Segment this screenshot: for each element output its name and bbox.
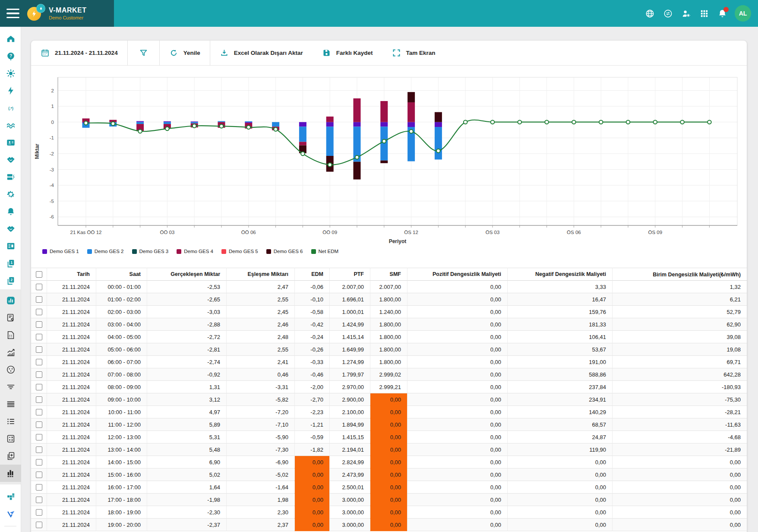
row-checkbox[interactable]: [36, 484, 42, 491]
sidebar-item-widgets[interactable]: [0, 488, 21, 505]
sidebar-item-agreements[interactable]: [0, 220, 21, 238]
sidebar-item-energy[interactable]: [0, 82, 21, 99]
column-header-10[interactable]: Birim Dengesizlik Maliyeti(₺/mWh): [612, 268, 747, 281]
sidebar-item-copy-one[interactable]: 1: [0, 255, 21, 272]
table-cell: 01:00 - 02:00: [96, 293, 147, 306]
menu-toggle-button[interactable]: [6, 9, 19, 18]
select-all-checkbox[interactable]: [36, 271, 42, 278]
row-checkbox[interactable]: [36, 509, 42, 516]
column-header-2[interactable]: Saat: [96, 268, 147, 281]
calendar-icon: [41, 48, 50, 57]
legend-item-demo-ges-3[interactable]: Demo GES 3: [132, 249, 169, 254]
user-avatar[interactable]: AL: [735, 5, 751, 22]
column-header-6[interactable]: PTF: [329, 268, 370, 281]
table-cell: 0,00: [507, 519, 612, 531]
legend-item-demo-ges-4[interactable]: Demo GES 4: [177, 249, 213, 254]
row-checkbox[interactable]: [36, 296, 42, 303]
table-cell: 21.11.2024: [47, 469, 96, 481]
bar-segment-demo-ges-4: [354, 98, 361, 122]
column-header-1[interactable]: Tarih: [47, 268, 96, 281]
column-header-7[interactable]: SMF: [370, 268, 407, 281]
sidebar-item-partnership[interactable]: [0, 151, 21, 168]
sidebar-item-settings[interactable]: [0, 186, 21, 203]
table-cell: 0,00: [370, 406, 407, 418]
sidebar-section-footer: [0, 484, 21, 532]
sidebar-item-calculator[interactable]: [0, 430, 21, 447]
bar-segment-demo-ges-2: [299, 127, 306, 142]
sidebar-item-help[interactable]: ?: [0, 48, 21, 65]
row-checkbox[interactable]: [36, 384, 42, 390]
sidebar-item-document[interactable]: [0, 326, 21, 344]
legend-item-net-edm[interactable]: Net EDM: [311, 249, 339, 254]
sidebar-item-area-chart[interactable]: [0, 117, 21, 134]
sidebar-item-home[interactable]: [0, 30, 21, 48]
sidebar-item-socket[interactable]: [0, 361, 21, 378]
row-select-cell: [31, 418, 47, 431]
row-checkbox[interactable]: [36, 434, 42, 440]
row-checkbox[interactable]: [36, 421, 42, 428]
sidebar-item-copy-two[interactable]: 2: [0, 272, 21, 289]
column-header-4[interactable]: Eşleşme Miktarı: [226, 268, 294, 281]
row-checkbox[interactable]: [36, 522, 42, 528]
sidebar-item-billing[interactable]: [0, 168, 21, 186]
legend-swatch: [266, 249, 271, 254]
table-cell: 21.11.2024: [47, 281, 96, 293]
sidebar-item-trend-chart[interactable]: [0, 344, 21, 361]
filter-button[interactable]: [128, 41, 159, 65]
sidebar-item-expand[interactable]: [0, 530, 21, 532]
sidebar-item-list[interactable]: [0, 413, 21, 430]
table-cell: 191,00: [507, 356, 612, 368]
table-cell: -7,20: [226, 406, 294, 418]
row-checkbox[interactable]: [36, 472, 42, 478]
sidebar-item-notifications[interactable]: [0, 203, 21, 220]
sidebar-item-analytics[interactable]: [0, 292, 21, 309]
table-cell: 0,00: [407, 418, 507, 431]
legend-item-demo-ges-5[interactable]: Demo GES 5: [221, 249, 258, 254]
column-header-8[interactable]: Pozitif Dengesizlik Maliyeti: [407, 268, 507, 281]
fullscreen-button[interactable]: Tam Ekran: [382, 41, 445, 65]
sidebar-item-copy-plus[interactable]: [0, 447, 21, 465]
sidebar-item-brightness[interactable]: [0, 65, 21, 82]
row-checkbox[interactable]: [36, 284, 42, 290]
row-checkbox[interactable]: [36, 359, 42, 365]
column-header-9[interactable]: Negatif Dengesizlik Maliyeti: [507, 268, 612, 281]
sidebar-item-news[interactable]: [0, 238, 21, 255]
legend-item-demo-ges-6[interactable]: Demo GES 6: [266, 249, 303, 254]
row-checkbox[interactable]: [36, 497, 42, 503]
socket-icon: [6, 365, 16, 374]
user-settings-icon[interactable]: [679, 6, 693, 21]
row-checkbox[interactable]: [36, 409, 42, 415]
row-checkbox[interactable]: [36, 446, 42, 453]
sidebar-section-secondary: [0, 289, 21, 484]
row-checkbox[interactable]: [36, 334, 42, 340]
apps-grid-icon[interactable]: [697, 6, 711, 21]
row-checkbox[interactable]: [36, 346, 42, 353]
notifications-icon[interactable]: [715, 6, 730, 21]
row-select-cell: [31, 343, 47, 356]
sidebar-item-rows[interactable]: [0, 396, 21, 413]
row-checkbox[interactable]: [36, 309, 42, 315]
table-cell: -28,21: [612, 406, 747, 418]
refresh-label: Yenile: [183, 50, 200, 56]
column-header-3[interactable]: Gerçekleşen Miktar: [147, 268, 226, 281]
row-checkbox[interactable]: [36, 371, 42, 378]
sidebar-item-filter-rows[interactable]: [0, 378, 21, 396]
row-checkbox[interactable]: [36, 459, 42, 466]
row-checkbox[interactable]: [36, 396, 42, 403]
row-checkbox[interactable]: [36, 321, 42, 328]
sidebar-item-bar-chart[interactable]: [0, 465, 21, 482]
sidebar-item-regex[interactable]: (.*): [0, 99, 21, 117]
sidebar-item-report-settings[interactable]: [0, 309, 21, 326]
save-as-button[interactable]: Farklı Kaydet: [313, 41, 382, 65]
globe-icon[interactable]: [642, 6, 657, 21]
date-range-picker[interactable]: 21.11.2024 - 21.11.2024: [31, 41, 127, 65]
column-header-5[interactable]: EDM: [294, 268, 329, 281]
sidebar-item-contact-card[interactable]: [0, 134, 21, 151]
refresh-button[interactable]: Yenile: [160, 41, 210, 65]
sidebar-item-v-logo[interactable]: [0, 505, 21, 522]
transfer-icon[interactable]: [660, 6, 675, 21]
legend-item-demo-ges-1[interactable]: Demo GES 1: [42, 249, 79, 254]
export-excel-button[interactable]: Excel Olarak Dışarı Aktar: [210, 41, 313, 65]
legend-item-demo-ges-2[interactable]: Demo GES 2: [87, 249, 124, 254]
table-cell: 0,00: [507, 494, 612, 506]
